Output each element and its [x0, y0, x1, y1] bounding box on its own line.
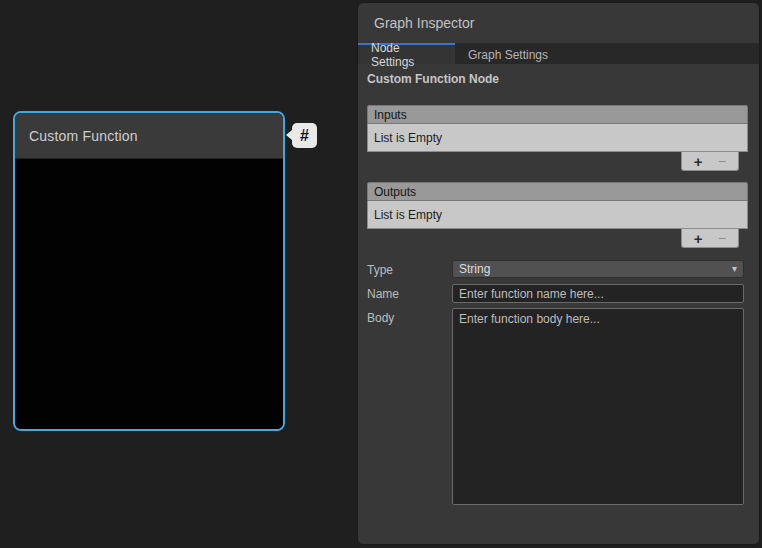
outputs-list: Outputs List is Empty + −: [367, 182, 748, 248]
outputs-list-footer: + −: [681, 229, 739, 248]
section-heading: Custom Function Node: [367, 72, 499, 86]
type-dropdown[interactable]: String ▾: [452, 260, 744, 278]
node-header[interactable]: Custom Function: [15, 113, 283, 159]
inputs-list-footer: + −: [681, 152, 739, 171]
type-label: Type: [367, 263, 393, 277]
chevron-down-icon: ▾: [732, 264, 737, 274]
inputs-remove-button[interactable]: −: [714, 154, 730, 168]
outputs-add-button[interactable]: +: [690, 231, 707, 246]
function-name-input[interactable]: [452, 284, 744, 303]
inputs-list-header: Inputs: [367, 105, 748, 124]
function-body-textarea[interactable]: [452, 308, 744, 505]
outputs-empty-row: List is Empty: [367, 201, 748, 229]
outputs-list-title: Outputs: [374, 185, 416, 199]
hash-icon: #: [300, 127, 309, 145]
panel-title: Graph Inspector: [358, 3, 759, 43]
node-body-preview: [15, 159, 283, 431]
node-title: Custom Function: [29, 128, 138, 144]
outputs-empty-label: List is Empty: [374, 208, 442, 222]
inputs-empty-label: List is Empty: [374, 131, 442, 145]
outputs-list-header: Outputs: [367, 182, 748, 201]
badge-tail-icon: [286, 130, 292, 140]
type-dropdown-value: String: [459, 262, 732, 276]
tab-bar: Node Settings Graph Settings: [358, 43, 759, 64]
inputs-list-title: Inputs: [374, 108, 407, 122]
inputs-empty-row: List is Empty: [367, 124, 748, 152]
hash-badge[interactable]: #: [292, 123, 317, 148]
tab-graph-settings[interactable]: Graph Settings: [455, 43, 561, 64]
name-label: Name: [367, 287, 399, 301]
body-label: Body: [367, 311, 394, 325]
graph-inspector-panel: Graph Inspector Node Settings Graph Sett…: [357, 2, 760, 545]
graph-canvas[interactable]: Custom Function # Graph Inspector Node S…: [0, 0, 762, 548]
outputs-remove-button[interactable]: −: [714, 231, 730, 245]
custom-function-node[interactable]: Custom Function: [13, 111, 285, 431]
inputs-add-button[interactable]: +: [690, 154, 707, 169]
inputs-list: Inputs List is Empty + −: [367, 105, 748, 171]
tab-node-settings[interactable]: Node Settings: [358, 43, 455, 64]
